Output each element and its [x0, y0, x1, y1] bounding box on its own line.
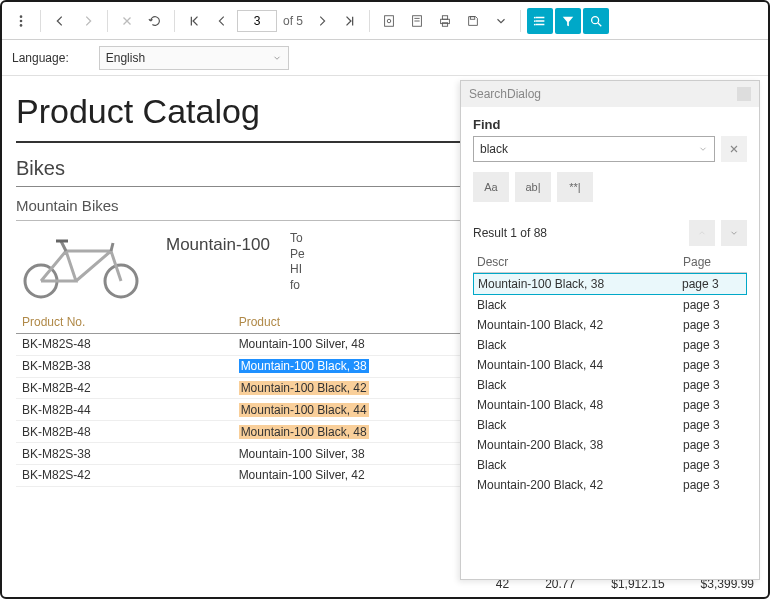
nav-back-button[interactable]	[47, 8, 73, 34]
search-button[interactable]	[583, 8, 609, 34]
page-count-label: of 5	[283, 14, 303, 28]
regex-button[interactable]: **|	[557, 172, 593, 202]
next-result-button[interactable]	[721, 220, 747, 246]
svg-line-24	[111, 243, 113, 251]
language-select[interactable]: English	[99, 46, 289, 70]
search-results-list[interactable]: Mountain-100 Black, 38page 3Blackpage 3M…	[473, 273, 747, 573]
svg-point-0	[20, 15, 23, 18]
svg-point-2	[20, 24, 23, 27]
search-result-item[interactable]: Blackpage 3	[473, 295, 747, 315]
menu-button[interactable]	[8, 8, 34, 34]
col-product-no: Product No.	[16, 311, 233, 334]
svg-rect-3	[385, 15, 394, 26]
search-dialog-title: SearchDialog	[469, 87, 541, 101]
result-count-label: Result 1 of 88	[473, 226, 683, 240]
chevron-down-icon	[698, 144, 708, 154]
svg-line-19	[598, 22, 602, 26]
save-dropdown-button[interactable]	[488, 8, 514, 34]
search-result-item[interactable]: Blackpage 3	[473, 335, 747, 355]
search-result-item[interactable]: Mountain-100 Black, 38page 3	[473, 273, 747, 295]
search-result-item[interactable]: Blackpage 3	[473, 375, 747, 395]
search-result-item[interactable]: Mountain-200 Black, 38page 3	[473, 435, 747, 455]
search-result-item[interactable]: Blackpage 3	[473, 415, 747, 435]
language-label: Language:	[12, 51, 69, 65]
svg-point-1	[20, 19, 23, 22]
filter-button[interactable]	[555, 8, 581, 34]
prev-page-button[interactable]	[209, 8, 235, 34]
whole-word-button[interactable]: ab|	[515, 172, 551, 202]
search-dialog-grip[interactable]	[737, 87, 751, 101]
results-col-page: Page	[683, 255, 743, 269]
page-setup-button[interactable]	[376, 8, 402, 34]
print-button[interactable]	[432, 8, 458, 34]
nav-forward-button[interactable]	[75, 8, 101, 34]
search-result-item[interactable]: Mountain-100 Black, 42page 3	[473, 315, 747, 335]
last-page-button[interactable]	[337, 8, 363, 34]
refresh-button[interactable]	[142, 8, 168, 34]
language-value: English	[106, 51, 145, 65]
chevron-down-icon	[272, 53, 282, 63]
svg-point-17	[534, 23, 536, 25]
first-page-button[interactable]	[181, 8, 207, 34]
page-number-input[interactable]	[237, 10, 277, 32]
svg-point-15	[534, 16, 536, 18]
clear-search-button[interactable]	[721, 136, 747, 162]
search-dialog: SearchDialog Find black Aa ab| **| Resul…	[460, 80, 760, 580]
svg-point-18	[592, 16, 599, 23]
find-label: Find	[473, 117, 747, 132]
svg-point-16	[534, 20, 536, 22]
prev-result-button[interactable]	[689, 220, 715, 246]
match-case-button[interactable]: Aa	[473, 172, 509, 202]
search-input[interactable]: black	[473, 136, 715, 162]
search-result-item[interactable]: Mountain-200 Black, 42page 3	[473, 475, 747, 495]
search-input-value: black	[480, 142, 508, 156]
search-result-item[interactable]: Mountain-100 Black, 48page 3	[473, 395, 747, 415]
svg-rect-9	[442, 15, 447, 19]
search-result-item[interactable]: Blackpage 3	[473, 455, 747, 475]
model-name: Mountain-100	[166, 235, 270, 255]
stop-button[interactable]	[114, 8, 140, 34]
print-layout-button[interactable]	[404, 8, 430, 34]
parameters-toggle-button[interactable]	[527, 8, 553, 34]
results-col-descr: Descr	[477, 255, 683, 269]
product-image	[16, 231, 146, 301]
save-button[interactable]	[460, 8, 486, 34]
search-result-item[interactable]: Mountain-100 Black, 44page 3	[473, 355, 747, 375]
next-page-button[interactable]	[309, 8, 335, 34]
main-toolbar: of 5	[2, 2, 768, 40]
parameters-bar: Language: English	[2, 40, 768, 76]
svg-point-4	[387, 19, 391, 23]
svg-rect-11	[470, 16, 474, 19]
close-icon	[728, 143, 740, 155]
